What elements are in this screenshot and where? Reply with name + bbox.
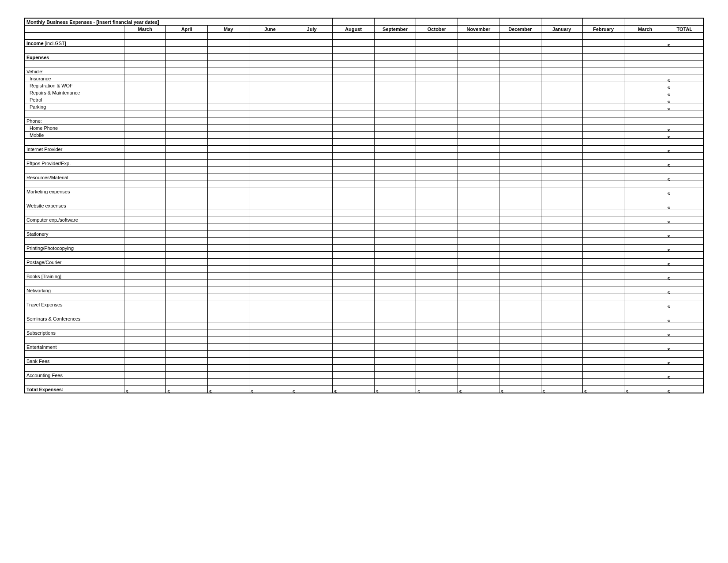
cell[interactable] (499, 61, 541, 68)
cell[interactable] (666, 33, 703, 40)
cell[interactable] (124, 110, 166, 117)
cell[interactable] (541, 188, 582, 195)
cell[interactable] (374, 273, 416, 280)
cell[interactable] (624, 294, 666, 301)
cell[interactable] (124, 103, 166, 110)
cell[interactable] (416, 40, 458, 47)
cell[interactable] (374, 160, 416, 167)
cell[interactable] (166, 230, 207, 238)
cell[interactable] (624, 202, 666, 209)
cell[interactable] (166, 146, 207, 153)
cell[interactable] (499, 287, 541, 294)
cell[interactable] (374, 61, 416, 68)
cell[interactable] (166, 153, 207, 160)
cell[interactable] (624, 230, 666, 238)
cell[interactable] (499, 358, 541, 365)
cell[interactable] (249, 75, 291, 82)
blank-label[interactable] (25, 61, 124, 68)
cell[interactable] (291, 40, 332, 47)
cell[interactable] (291, 103, 332, 110)
cell[interactable] (458, 280, 499, 287)
cell[interactable] (458, 174, 499, 181)
cell[interactable] (249, 68, 291, 75)
cell[interactable] (291, 89, 332, 96)
cell[interactable] (541, 280, 582, 287)
cell[interactable] (166, 174, 207, 181)
cell[interactable] (582, 195, 624, 202)
cell[interactable] (541, 132, 582, 139)
cell[interactable] (207, 336, 249, 344)
cell[interactable] (582, 280, 624, 287)
cell[interactable] (624, 238, 666, 245)
cell[interactable] (333, 344, 374, 351)
cell[interactable] (416, 358, 458, 365)
cell[interactable] (333, 174, 374, 181)
cell[interactable] (624, 40, 666, 47)
cell[interactable] (499, 280, 541, 287)
cell[interactable] (291, 266, 332, 273)
blank-label[interactable] (25, 351, 124, 358)
cell[interactable] (124, 223, 166, 230)
cell[interactable] (416, 351, 458, 358)
cell[interactable] (541, 160, 582, 167)
cell[interactable] (249, 223, 291, 230)
cell[interactable] (249, 47, 291, 54)
cell[interactable] (249, 308, 291, 315)
cell[interactable] (124, 40, 166, 47)
cell[interactable] (541, 322, 582, 329)
cell[interactable] (291, 294, 332, 301)
cell[interactable] (541, 252, 582, 259)
cell[interactable] (333, 195, 374, 202)
cell[interactable] (124, 47, 166, 54)
cell[interactable] (416, 96, 458, 103)
cell[interactable] (541, 230, 582, 238)
cell[interactable] (333, 188, 374, 195)
cell[interactable] (124, 365, 166, 372)
cell[interactable] (207, 40, 249, 47)
cell[interactable] (207, 294, 249, 301)
cell[interactable] (499, 103, 541, 110)
cell[interactable] (333, 33, 374, 40)
cell[interactable] (333, 146, 374, 153)
cell[interactable] (291, 223, 332, 230)
cell[interactable] (166, 117, 207, 125)
cell[interactable] (541, 223, 582, 230)
cell[interactable] (374, 47, 416, 54)
cell[interactable] (458, 132, 499, 139)
cell[interactable] (291, 33, 332, 40)
cell[interactable] (249, 110, 291, 117)
cell[interactable] (499, 160, 541, 167)
cell[interactable] (624, 266, 666, 273)
cell[interactable] (249, 358, 291, 365)
cell[interactable] (333, 75, 374, 82)
cell[interactable] (207, 223, 249, 230)
cell[interactable] (582, 372, 624, 379)
cell[interactable] (207, 160, 249, 167)
cell[interactable] (499, 139, 541, 146)
cell[interactable] (249, 160, 291, 167)
cell[interactable] (541, 287, 582, 294)
cell[interactable] (249, 294, 291, 301)
cell[interactable] (333, 365, 374, 372)
cell[interactable] (582, 139, 624, 146)
cell[interactable] (624, 351, 666, 358)
cell[interactable] (582, 294, 624, 301)
cell[interactable] (124, 188, 166, 195)
cell[interactable] (624, 308, 666, 315)
cell[interactable] (166, 89, 207, 96)
cell[interactable] (582, 75, 624, 82)
cell[interactable] (624, 365, 666, 372)
cell[interactable] (166, 61, 207, 68)
cell[interactable] (624, 223, 666, 230)
cell[interactable] (249, 181, 291, 188)
cell[interactable] (374, 75, 416, 82)
cell[interactable] (624, 252, 666, 259)
cell[interactable] (541, 379, 582, 386)
cell[interactable] (624, 322, 666, 329)
cell[interactable] (416, 365, 458, 372)
cell[interactable] (291, 75, 332, 82)
cell[interactable] (207, 110, 249, 117)
cell[interactable] (207, 103, 249, 110)
cell[interactable] (416, 75, 458, 82)
cell[interactable] (458, 33, 499, 40)
